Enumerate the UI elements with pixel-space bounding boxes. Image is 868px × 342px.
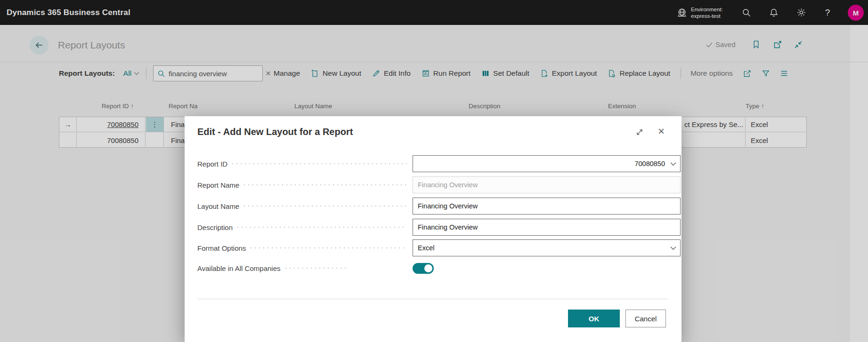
dialog-divider <box>197 299 668 299</box>
format-options-label: Format Options <box>197 244 246 252</box>
expand-dialog-icon[interactable] <box>635 127 644 137</box>
available-companies-label: Available in All Companies <box>197 264 281 272</box>
field-row-report-id: Report ID <box>197 155 681 172</box>
report-id-label: Report ID <box>197 160 227 168</box>
field-row-layout-name: Layout Name <box>197 198 681 215</box>
report-name-label: Report Name <box>197 181 239 189</box>
field-row-available-companies: Available in All Companies <box>197 260 681 277</box>
description-label: Description <box>197 223 233 231</box>
layout-name-label: Layout Name <box>197 202 239 210</box>
field-row-report-name: Report Name <box>197 176 681 193</box>
available-companies-toggle[interactable] <box>413 263 434 274</box>
format-options-select[interactable]: Excel <box>413 239 681 256</box>
layout-name-input[interactable] <box>413 198 681 215</box>
close-dialog-icon[interactable]: × <box>655 125 668 138</box>
report-id-input[interactable] <box>413 155 681 172</box>
edit-layout-dialog: Edit - Add New Layout for a Report × Rep… <box>185 116 681 342</box>
field-row-description: Description <box>197 219 681 236</box>
description-input[interactable] <box>413 219 681 236</box>
ok-button[interactable]: OK <box>568 310 620 327</box>
cancel-button[interactable]: Cancel <box>625 310 666 327</box>
report-name-input <box>413 176 681 193</box>
dialog-title: Edit - Add New Layout for a Report <box>197 127 353 137</box>
field-row-format-options: Format Options Excel <box>197 239 681 256</box>
